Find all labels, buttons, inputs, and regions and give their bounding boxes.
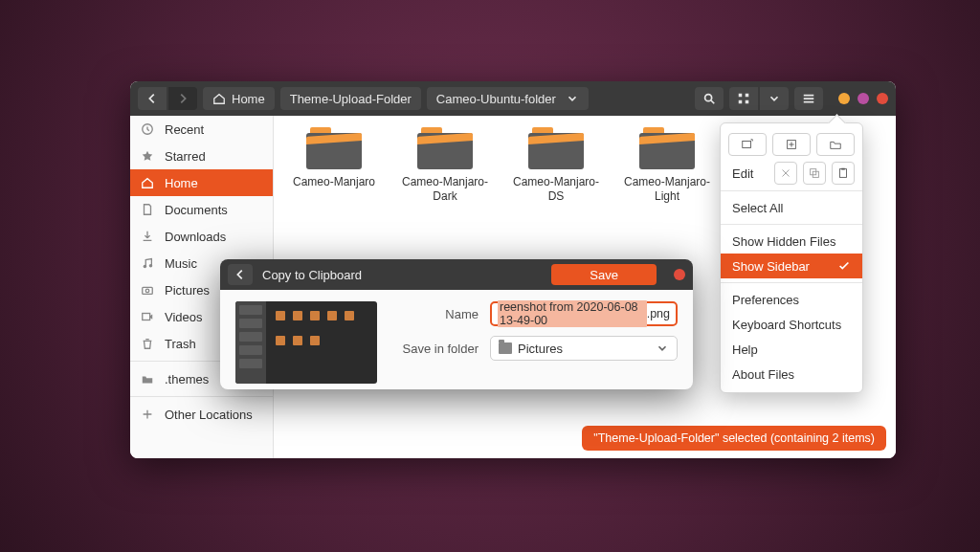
folder-label: Cameo-Manjaro [287,175,381,189]
breadcrumb-last[interactable]: Cameo-Ubuntu-folder [427,87,589,110]
view-options-button[interactable] [760,87,789,110]
new-window-button[interactable] [772,133,811,156]
dialog-header: Copy to Clipboard Save [220,259,693,290]
sidebar-item-label: Documents [165,203,228,217]
screenshot-dialog: Copy to Clipboard Save Name reenshot fro… [220,259,693,389]
menu-select-all[interactable]: Select All [721,195,862,220]
music-icon [140,255,155,271]
dialog-back-button[interactable] [228,264,253,285]
folder-icon [639,125,695,169]
sidebar-item-label: .themes [165,372,209,386]
grid-icon [737,92,750,105]
sidebar-item-label: Videos [165,310,203,324]
hamburger-button[interactable] [794,87,823,110]
dialog-title: Copy to Clipboard [262,268,542,282]
window-controls [838,93,888,104]
back-button[interactable] [138,87,167,110]
breadcrumb-label: Home [232,92,265,106]
view-switcher [729,87,789,110]
paste-icon [836,166,850,180]
sidebar-item-recent[interactable]: Recent [130,116,273,143]
hamburger-icon [802,92,815,105]
forward-button[interactable] [168,87,197,110]
sidebar-item-label: Downloads [165,230,226,244]
nav-back-forward [138,87,197,110]
download-icon [140,229,155,244]
home-icon [212,92,226,105]
menu-show-hidden[interactable]: Show Hidden Files [721,229,862,254]
copy-button[interactable] [803,162,826,185]
menu-label: Select All [732,201,783,215]
svg-rect-17 [841,168,845,170]
hamburger-menu: Edit Select All Show Hidden Files Show S… [720,122,863,393]
folder-item[interactable]: Cameo-Manjaro-Light [620,125,714,204]
sidebar-item-label: Music [165,256,197,271]
status-bar: "Theme-Upload-Folder" selected (containi… [582,426,886,451]
trash-icon [140,336,155,351]
menu-label: About Files [732,367,794,382]
folder-label: Cameo-Manjaro-Light [620,175,714,204]
breadcrumb-label: Theme-Upload-Folder [290,92,412,106]
svg-rect-16 [840,169,847,178]
menu-label: Help [732,342,758,357]
search-button[interactable] [695,87,724,110]
folder-value: Pictures [518,342,563,356]
dialog-form: Name reenshot from 2020-06-08 13-49-00.p… [392,301,678,384]
sidebar-item-starred[interactable]: Starred [130,143,273,169]
sidebar-item-label: Other Locations [165,408,253,422]
sidebar-item-label: Pictures [165,283,210,298]
breadcrumb-mid[interactable]: Theme-Upload-Folder [280,87,421,110]
svg-rect-5 [746,100,749,104]
name-label: Name [392,307,479,321]
view-grid-button[interactable] [729,87,758,110]
video-icon [140,309,155,324]
folder-select[interactable]: Pictures [490,336,678,361]
new-folder-button[interactable] [816,133,855,156]
maximize-button[interactable] [858,93,869,104]
sidebar-item-label: Starred [165,149,206,164]
clock-icon [140,121,155,137]
menu-about[interactable]: About Files [721,362,862,386]
svg-point-8 [149,264,153,268]
folder-icon [528,125,584,169]
new-tab-button[interactable] [728,133,767,156]
svg-rect-12 [743,142,751,148]
svg-rect-11 [143,314,150,320]
svg-rect-3 [746,94,749,98]
home-icon [140,175,155,190]
sidebar-item-home[interactable]: Home [130,169,273,196]
folder-icon [499,342,512,354]
save-button[interactable]: Save [551,264,657,285]
svg-point-0 [705,95,712,101]
menu-shortcuts[interactable]: Keyboard Shortcuts [721,312,862,337]
folder-label: Cameo-Manjaro-Dark [398,175,492,204]
new-tab-icon [741,138,754,151]
new-window-icon [785,138,798,151]
menu-preferences[interactable]: Preferences [721,287,862,312]
folder-icon [140,371,155,386]
name-selection: reenshot from 2020-06-08 13-49-00 [498,300,647,327]
new-folder-icon [829,138,842,151]
folder-item[interactable]: Cameo-Manjaro-Dark [398,125,492,204]
menu-label: Show Hidden Files [732,234,835,249]
paste-button[interactable] [832,162,855,185]
folder-item[interactable]: Cameo-Manjaro-DS [509,125,603,204]
close-button[interactable] [877,93,888,104]
menu-help[interactable]: Help [721,337,862,362]
minimize-button[interactable] [838,93,850,104]
dialog-close-button[interactable] [674,269,685,280]
sidebar-item-other-locations[interactable]: Other Locations [130,401,273,428]
folder-item[interactable]: Cameo-Manjaro [287,125,381,204]
star-icon [140,148,155,164]
check-icon [837,259,851,273]
menu-show-sidebar[interactable]: Show Sidebar [721,254,862,278]
cut-button[interactable] [774,162,797,185]
menu-label: Show Sidebar [732,259,810,274]
sidebar-item-downloads[interactable]: Downloads [130,223,273,250]
menu-label: Preferences [732,293,799,307]
sidebar-item-label: Home [165,176,198,190]
breadcrumb-home[interactable]: Home [203,87,275,110]
folder-icon [417,125,473,169]
sidebar-item-documents[interactable]: Documents [130,196,273,223]
name-input[interactable]: reenshot from 2020-06-08 13-49-00.png [490,301,678,326]
